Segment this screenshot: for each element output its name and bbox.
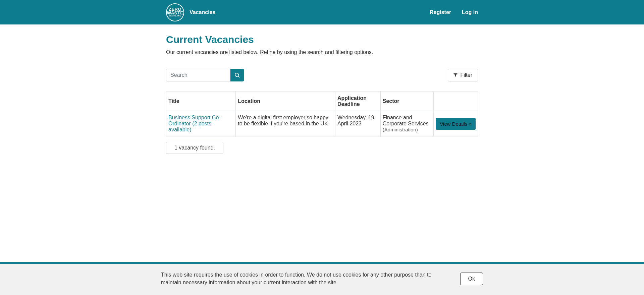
svg-line-1 bbox=[238, 76, 239, 77]
th-title: Title bbox=[166, 92, 236, 111]
result-count: 1 vacancy found. bbox=[166, 142, 223, 154]
cell-sector: Finance and Corporate Services (Administ… bbox=[380, 111, 433, 136]
svg-point-0 bbox=[235, 73, 238, 76]
search-input[interactable] bbox=[166, 69, 230, 81]
cell-deadline: Wednesday, 19 April 2023 bbox=[335, 111, 380, 136]
header: ZERO WASTE SCOTLAND Vacancies Register L… bbox=[0, 0, 644, 24]
th-location: Location bbox=[236, 92, 335, 111]
sector-main: Finance and Corporate Services bbox=[383, 115, 429, 126]
filter-label: Filter bbox=[460, 72, 472, 78]
view-details-button[interactable]: View Details » bbox=[436, 118, 476, 130]
th-deadline: Application Deadline bbox=[335, 92, 380, 111]
cell-location: We're a digital first employer,so happy … bbox=[236, 111, 335, 136]
nav-vacancies[interactable]: Vacancies bbox=[190, 9, 215, 15]
logo-text-scotland: SCOTLAND bbox=[169, 15, 181, 17]
nav-register[interactable]: Register bbox=[430, 9, 451, 15]
vacancies-table: Title Location Application Deadline Sect… bbox=[166, 92, 478, 136]
filter-button[interactable]: Filter bbox=[448, 69, 478, 81]
th-sector: Sector bbox=[380, 92, 433, 111]
table-row: Business Support Co-Ordinator (2 posts a… bbox=[166, 111, 478, 136]
page-title: Current Vacancies bbox=[166, 34, 478, 45]
nav-login[interactable]: Log in bbox=[462, 9, 478, 15]
search-group bbox=[166, 69, 244, 81]
search-button[interactable] bbox=[230, 69, 244, 81]
sector-sub: (Administration) bbox=[383, 127, 418, 132]
job-title-link[interactable]: Business Support Co-Ordinator (2 posts a… bbox=[168, 115, 221, 132]
logo[interactable]: ZERO WASTE SCOTLAND bbox=[166, 3, 184, 21]
logo-text-waste: WASTE bbox=[167, 11, 183, 15]
th-action bbox=[434, 92, 478, 111]
search-icon bbox=[234, 72, 240, 78]
page-subtitle: Our current vacancies are listed below. … bbox=[166, 49, 478, 55]
filter-icon bbox=[453, 73, 458, 77]
